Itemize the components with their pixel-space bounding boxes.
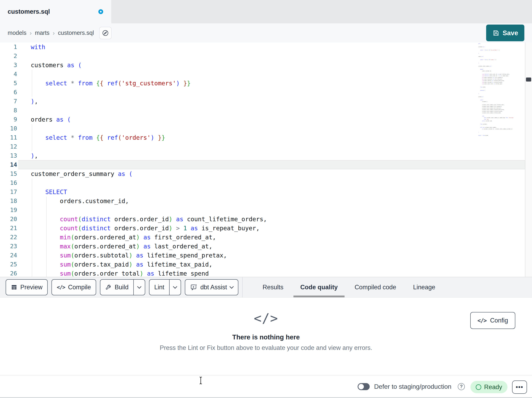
chevron-down-icon <box>173 284 177 288</box>
breadcrumb-marts[interactable]: marts <box>35 30 50 36</box>
empty-state-title: There is nothing here <box>232 333 300 341</box>
tab-results[interactable]: Results <box>254 277 292 297</box>
line-content[interactable]: orders.customer_id, <box>17 196 532 206</box>
code-line[interactable]: 15customer_orders_summary as ( <box>0 169 532 178</box>
line-number: 14 <box>0 160 17 169</box>
line-content[interactable]: select * from {{ ref('orders') }} <box>17 133 532 142</box>
code-line[interactable]: 12 <box>0 142 532 151</box>
line-content[interactable]: ), <box>17 97 532 106</box>
line-content[interactable]: customers as ( <box>17 61 532 70</box>
help-icon[interactable]: ? <box>458 383 465 390</box>
dbt-assist-button[interactable]: dbt Assist <box>185 279 238 295</box>
line-content[interactable] <box>17 124 532 133</box>
defer-toggle[interactable] <box>358 383 370 390</box>
ellipsis-icon: ••• <box>516 384 523 391</box>
indent-guide <box>46 206 47 215</box>
line-content[interactable] <box>17 142 532 151</box>
indent-guide <box>32 70 32 79</box>
lint-button[interactable]: Lint <box>149 279 181 295</box>
line-content[interactable]: orders as ( <box>17 115 532 124</box>
preview-button[interactable]: Preview <box>6 279 48 295</box>
line-content[interactable]: min(orders.ordered_at) as first_ordered_… <box>17 233 532 242</box>
explore-lineage-button[interactable] <box>99 27 112 39</box>
code-line[interactable]: 8 <box>0 106 532 115</box>
save-button[interactable]: Save <box>486 25 524 41</box>
code-line[interactable]: 17 SELECT <box>0 187 532 196</box>
toolbar-divider <box>242 277 243 297</box>
line-content[interactable] <box>17 160 532 169</box>
indent-guide <box>32 233 32 242</box>
indent-guide <box>32 260 32 269</box>
config-button[interactable]: </> Config <box>470 312 515 329</box>
lint-dropdown-button[interactable] <box>169 280 181 295</box>
line-content[interactable]: count(distinct orders.order_id) as count… <box>17 215 532 224</box>
line-content[interactable]: sum(orders.order_total) as lifetime_spen… <box>17 269 532 277</box>
tab-lineage[interactable]: Lineage <box>405 277 444 297</box>
indent-guide <box>32 215 32 224</box>
code-line[interactable]: 6 <box>0 88 532 97</box>
code-editor[interactable]: 1with23customers as (45 select * from {{… <box>0 42 532 277</box>
code-line[interactable]: 14 <box>0 160 532 169</box>
line-content[interactable] <box>17 52 532 61</box>
build-button[interactable]: Build <box>100 279 145 295</box>
code-line[interactable]: 11 select * from {{ ref('orders') }} <box>0 133 532 142</box>
line-content[interactable] <box>17 178 532 187</box>
code-line[interactable]: 3customers as ( <box>0 61 532 70</box>
code-line[interactable]: 24 sum(orders.subtotal) as lifetime_spen… <box>0 251 532 260</box>
compile-button[interactable]: </> Compile <box>51 279 96 295</box>
code-line[interactable]: 22 min(orders.ordered_at) as first_order… <box>0 233 532 242</box>
code-line[interactable]: 1with <box>0 42 532 52</box>
line-content[interactable]: SELECT <box>17 187 532 196</box>
wrench-icon <box>105 284 112 291</box>
line-content[interactable] <box>17 88 532 97</box>
line-content[interactable]: sum(orders.tax_paid) as lifetime_tax_pai… <box>17 260 532 269</box>
code-line[interactable]: 2 <box>0 52 532 61</box>
breadcrumb-models[interactable]: models <box>8 30 26 36</box>
line-content[interactable] <box>17 206 532 215</box>
line-content[interactable]: count(distinct orders.order_id) > 1 as i… <box>17 224 532 233</box>
line-content[interactable]: select * from {{ ref('stg_customers') }} <box>17 79 532 88</box>
unsaved-changes-dot-icon <box>98 9 103 14</box>
line-content[interactable]: customer_orders_summary as ( <box>17 169 532 178</box>
chevron-down-icon <box>229 284 234 288</box>
code-line[interactable]: 20 count(distinct orders.order_id) as co… <box>0 215 532 224</box>
code-line[interactable]: 23 max(orders.ordered_at) as last_ordere… <box>0 242 532 251</box>
line-number: 21 <box>0 224 17 233</box>
code-line[interactable]: 26 sum(orders.order_total) as lifetime_s… <box>0 269 532 277</box>
code-line[interactable]: 19 <box>0 206 532 215</box>
indent-guide <box>32 196 32 206</box>
code-line[interactable]: 13), <box>0 151 532 160</box>
line-content[interactable] <box>17 70 532 79</box>
build-dropdown-button[interactable] <box>133 280 145 295</box>
code-line[interactable]: 4 <box>0 70 532 79</box>
tab-compiled-code[interactable]: Compiled code <box>346 277 405 297</box>
code-line[interactable]: 5 select * from {{ ref('stg_customers') … <box>0 79 532 88</box>
code-line[interactable]: 9orders as ( <box>0 115 532 124</box>
code-line[interactable]: 7), <box>0 97 532 106</box>
tab-code-quality[interactable]: Code quality <box>292 277 346 297</box>
line-content[interactable]: max(orders.ordered_at) as last_ordered_a… <box>17 242 532 251</box>
line-content[interactable]: sum(orders.subtotal) as lifetime_spend_p… <box>17 251 532 260</box>
code-line[interactable]: 16 <box>0 178 532 187</box>
chevron-down-icon <box>137 284 141 288</box>
tab-lineage-label: Lineage <box>413 284 435 291</box>
code-line[interactable]: 18 orders.customer_id, <box>0 196 532 206</box>
line-content[interactable]: with <box>17 42 532 52</box>
status-badge[interactable]: Ready <box>470 381 507 393</box>
compass-icon <box>102 29 109 37</box>
status-bar <box>0 375 532 398</box>
code-line[interactable]: 21 count(distinct orders.order_id) > 1 a… <box>0 224 532 233</box>
indent-guide <box>46 269 47 277</box>
more-options-button[interactable]: ••• <box>512 380 527 394</box>
code-line[interactable]: 10 <box>0 124 532 133</box>
breadcrumb-file[interactable]: customers.sql <box>58 30 94 36</box>
code-line[interactable]: 25 sum(orders.tax_paid) as lifetime_tax_… <box>0 260 532 269</box>
line-number: 12 <box>0 142 17 151</box>
chevron-right-icon: › <box>53 30 55 36</box>
config-button-label: Config <box>490 317 508 324</box>
result-panel-tabs: Results Code quality Compiled code Linea… <box>254 277 444 297</box>
line-content[interactable]: ), <box>17 151 532 160</box>
file-tab-customers-sql[interactable]: customers.sql <box>0 0 111 23</box>
line-content[interactable] <box>17 106 532 115</box>
indent-guide <box>32 224 32 233</box>
